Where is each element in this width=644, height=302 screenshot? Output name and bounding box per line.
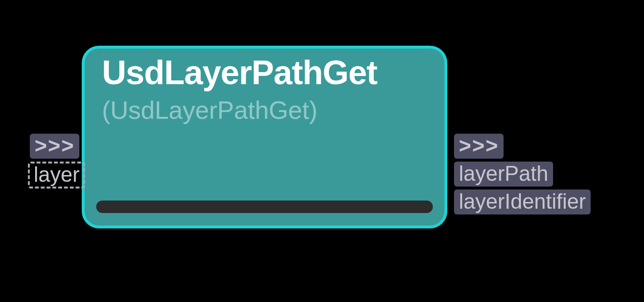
input-port-layer[interactable]: layer: [28, 162, 85, 189]
output-exec-port[interactable]: >>>: [454, 134, 504, 159]
node-footer-bar: [96, 201, 433, 213]
node-usd-layer-path-get[interactable]: UsdLayerPathGet (UsdLayerPathGet): [82, 46, 447, 228]
output-port-layer-path[interactable]: layerPath: [454, 162, 553, 187]
input-exec-port[interactable]: >>>: [30, 134, 79, 159]
node-title: UsdLayerPathGet: [102, 53, 377, 92]
node-subtitle: (UsdLayerPathGet): [102, 96, 317, 125]
output-port-layer-identifier[interactable]: layerIdentifier: [454, 189, 591, 214]
node-graph-canvas[interactable]: UsdLayerPathGet (UsdLayerPathGet) >>> la…: [0, 0, 644, 302]
